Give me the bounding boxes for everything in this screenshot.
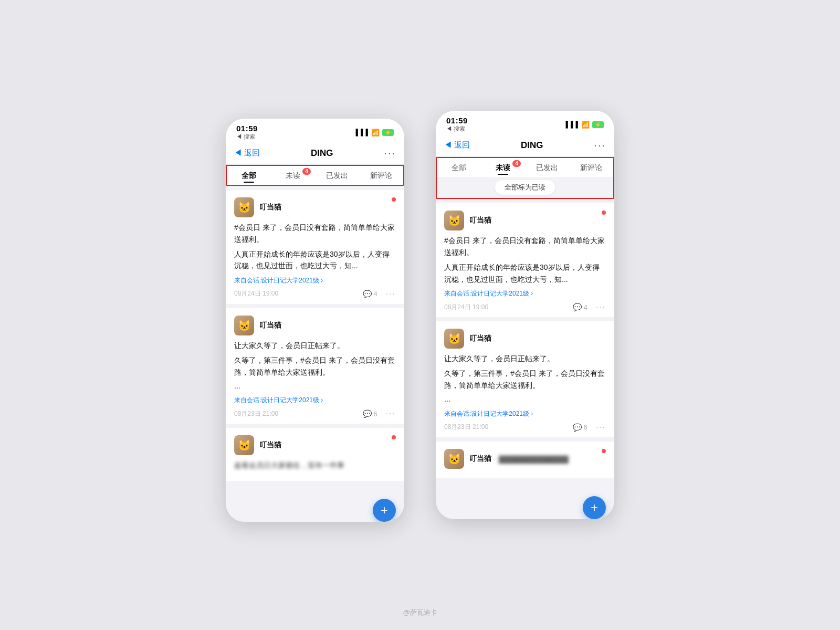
phone-frame-2: 01:59 ◀ 搜索 ▐▐▐ 📶 ⚡ ◀ 返回 DING ··· 全部 未读 [436,111,614,519]
feed-header-1-2: 🐱 叮当猫 [234,316,396,335]
more-button-1[interactable]: ··· [384,147,396,159]
feed-header-1-1: 🐱 叮当猫 [234,197,396,217]
blurred-content-2-3: ▓▓▓▓▓▓▓▓▓▓▓▓▓ [499,455,569,463]
feed-header-2-1: 🐱 叮当猫 [444,211,606,230]
unread-badge-1: 4 [302,168,311,175]
username-2-2: 叮当猫 [469,334,491,343]
tab-sent-1[interactable]: 已发出 [315,166,359,185]
tabs-bar-2: 全部 未读 4 已发出 新评论 [437,158,613,177]
status-icons-2: ▐▐▐ 📶 ⚡ [563,121,604,129]
tab-comment-2[interactable]: 新评论 [569,158,613,177]
feed-footer-2-2: 08月23日 21:00 💬 6 ··· [444,423,606,432]
feed-source-1-2[interactable]: 来自会话:设计日记大学2021级 › [234,396,396,405]
username-1-2: 叮当猫 [259,321,281,330]
feed-content-2-1: #会员日 来了，会员日没有套路，简简单单给大家送福利。 人真正开始成长的年龄应该… [444,235,606,285]
signal-icon-2: ▐▐▐ [563,121,579,128]
fab-dot-2 [603,517,607,519]
feed-source-2-1[interactable]: 来自会话:设计日记大学2021级 › [444,289,606,298]
avatar-2-1: 🐱 [444,211,464,230]
username-1-3: 叮当猫 [259,440,281,450]
feed-content-1-1: #会员日 来了，会员日没有套路，简简单单给大家送福利。 人真正开始成长的年龄应该… [234,222,396,272]
watermark: @萨瓦迪卡 [403,608,437,617]
battery-icon-2: ⚡ [592,121,604,128]
wifi-icon: 📶 [371,129,380,136]
status-time-2: 01:59 [446,116,468,125]
feed-card-2-1[interactable]: 🐱 叮当猫 #会员日 来了，会员日没有套路，简简单单给大家送福利。 人真正开始成… [436,203,614,317]
feed-card-2-2[interactable]: 🐱 叮当猫 让大家久等了，会员日正帖来了。 久等了，第三件事，#会员日 来了，会… [436,321,614,437]
feed-list-2: 🐱 叮当猫 #会员日 来了，会员日没有套路，简简单单给大家送福利。 人真正开始成… [436,199,614,482]
status-time-1: 01:59 [236,124,258,133]
comment-count-2-2[interactable]: 💬 6 [573,423,587,432]
nav-title-1: DING [311,148,333,159]
nav-bar-2: ◀ 返回 DING ··· [436,135,614,157]
feed-content-1-3-blurred: 趁着会员日大家都在，宣布一件事 [234,459,396,471]
phone-frame-1: 01:59 ◀ 搜索 ▐▐▐ 📶 ⚡ ◀ 返回 DING ··· 全部 未读 4 [226,119,404,522]
tab-all-2[interactable]: 全部 [437,158,481,177]
avatar-2-2: 🐱 [444,329,464,349]
fab-dot-1 [393,519,397,522]
more-icon-1-1[interactable]: ··· [386,289,396,299]
tabs-bar-1: 全部 未读 4 已发出 新评论 [226,165,404,186]
status-search-2: ◀ 搜索 [446,125,468,133]
tab-sent-2[interactable]: 已发出 [525,158,569,177]
more-icon-1-2[interactable]: ··· [386,409,396,418]
feed-card-1-2[interactable]: 🐱 叮当猫 让大家久等了，会员日正帖来了。 久等了，第三件事，#会员日 来了，会… [226,308,404,424]
battery-icon: ⚡ [382,129,394,136]
nav-bar-1: ◀ 返回 DING ··· [226,143,404,165]
feed-time-1-2: 08月23日 21:00 [234,410,278,418]
feed-card-2-3[interactable]: 🐱 叮当猫 ▓▓▓▓▓▓▓▓▓▓▓▓▓ [436,442,614,478]
feed-footer-2-1: 08月24日 19:00 💬 4 ··· [444,302,606,312]
feed-card-1-3[interactable]: 🐱 叮当猫 趁着会员日大家都在，宣布一件事 [226,428,404,480]
fab-button-2[interactable]: + [583,496,606,519]
username-1-1: 叮当猫 [259,203,281,212]
fab-button-1[interactable]: + [373,499,396,522]
status-icons-1: ▐▐▐ 📶 ⚡ [353,129,394,136]
feed-time-2-2: 08月23日 21:00 [444,423,488,432]
nav-title-2: DING [521,140,543,151]
feed-header-2-3: 🐱 叮当猫 ▓▓▓▓▓▓▓▓▓▓▓▓▓ [444,449,606,469]
more-button-2[interactable]: ··· [594,139,606,151]
back-button-2[interactable]: ◀ 返回 [444,140,470,150]
status-bar-2: 01:59 ◀ 搜索 ▐▐▐ 📶 ⚡ [436,111,614,135]
tab-unread-2[interactable]: 未读 4 [481,158,525,177]
avatar-2-3: 🐱 [444,449,464,469]
comment-count-2-1[interactable]: 💬 4 [573,303,587,311]
avatar-1-1: 🐱 [234,197,254,217]
unread-dot-2-3 [602,449,606,453]
avatar-1-2: 🐱 [234,316,254,335]
feed-card-1-1[interactable]: 🐱 叮当猫 #会员日 来了，会员日没有套路，简简单单给大家送福利。 人真正开始成… [226,190,404,304]
feed-footer-1-2: 08月23日 21:00 💬 6 ··· [234,409,396,418]
username-2-3: 叮当猫 [469,454,491,464]
tab-unread-1[interactable]: 未读 4 [271,166,315,185]
back-button-1[interactable]: ◀ 返回 [234,148,260,158]
more-icon-2-1[interactable]: ··· [596,302,606,312]
feed-header-2-2: 🐱 叮当猫 [444,329,606,349]
feed-content-2-2: 让大家久等了，会员日正帖来了。 久等了，第三件事，#会员日 来了，会员日没有套路… [444,353,606,405]
tab-comment-1[interactable]: 新评论 [359,166,403,185]
feed-list-1: 🐱 叮当猫 #会员日 来了，会员日没有套路，简简单单给大家送福利。 人真正开始成… [226,186,404,485]
wifi-icon-2: 📶 [581,121,590,129]
status-search-1: ◀ 搜索 [236,133,258,141]
feed-time-1-1: 08月24日 19:00 [234,289,278,298]
username-2-1: 叮当猫 [469,216,491,225]
status-bar-1: 01:59 ◀ 搜索 ▐▐▐ 📶 ⚡ [226,119,404,143]
unread-badge-2: 4 [512,160,521,167]
comment-count-1-2[interactable]: 💬 6 [363,410,377,418]
feed-source-2-2[interactable]: 来自会话:设计日记大学2021级 › [444,410,606,418]
mark-all-read-button[interactable]: 全部标为已读 [495,180,555,195]
comment-count-1-1[interactable]: 💬 4 [363,290,377,298]
feed-time-2-1: 08月24日 19:00 [444,303,488,312]
more-icon-2-2[interactable]: ··· [596,423,606,432]
feed-source-1-1[interactable]: 来自会话:设计日记大学2021级 › [234,276,396,285]
tab-all-1[interactable]: 全部 [227,166,271,185]
feed-header-1-3: 🐱 叮当猫 [234,435,396,455]
feed-footer-1-1: 08月24日 19:00 💬 4 ··· [234,289,396,299]
feed-content-1-2: 让大家久等了，会员日正帖来了。 久等了，第三件事，#会员日 来了，会员日没有套路… [234,340,396,392]
signal-icon: ▐▐▐ [353,129,369,136]
mark-all-read-bar: 全部标为已读 [437,177,613,198]
avatar-1-3: 🐱 [234,435,254,455]
